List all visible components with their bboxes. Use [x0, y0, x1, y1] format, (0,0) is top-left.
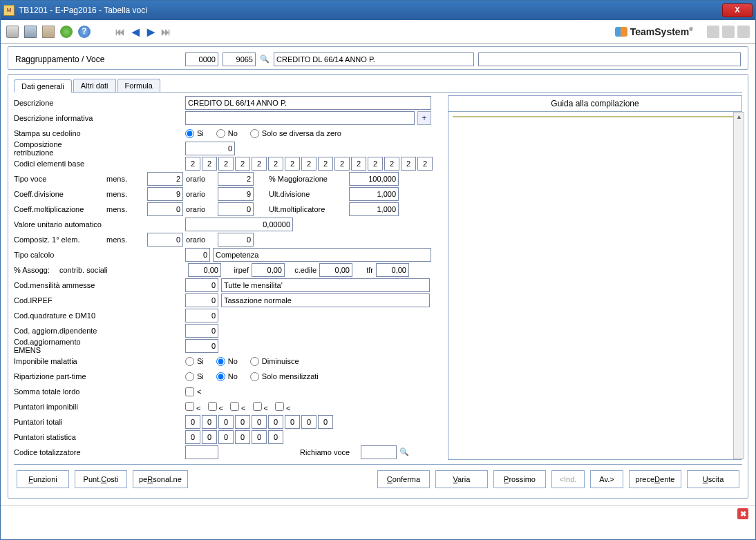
- cell[interactable]: [185, 415, 200, 429]
- cell[interactable]: [218, 415, 234, 429]
- compos-mens[interactable]: [147, 233, 183, 247]
- rich-lookup-icon[interactable]: 🔍: [399, 447, 409, 457]
- nav-first-icon[interactable]: ⏮: [115, 27, 125, 37]
- funzioni-button[interactable]: Funzioni: [17, 470, 69, 488]
- comp-retr-input[interactable]: [185, 142, 235, 155]
- coeff-molt-orario[interactable]: [218, 202, 254, 216]
- descrizione-input[interactable]: [185, 96, 431, 110]
- cell[interactable]: [318, 415, 333, 429]
- pi-5[interactable]: [275, 402, 284, 411]
- cell[interactable]: [301, 415, 316, 429]
- cod-irpef-desc[interactable]: [221, 293, 430, 307]
- cell[interactable]: [185, 430, 200, 444]
- cell[interactable]: [185, 157, 200, 171]
- cell[interactable]: [334, 157, 350, 171]
- val-unit-input[interactable]: [185, 218, 293, 231]
- descr-info-input[interactable]: [185, 111, 415, 125]
- cell[interactable]: [285, 157, 300, 171]
- pi-4[interactable]: [253, 402, 262, 411]
- ult-molt-input[interactable]: [349, 202, 399, 216]
- tab-dati-generali[interactable]: Dati generali: [14, 79, 72, 93]
- pi-1[interactable]: [185, 402, 194, 411]
- cell[interactable]: [202, 430, 217, 444]
- tb-btn-2[interactable]: [722, 26, 735, 38]
- ult-div-input[interactable]: [349, 187, 399, 201]
- rip-no[interactable]: No: [216, 372, 238, 381]
- cell[interactable]: [235, 430, 250, 444]
- compos-orario[interactable]: [218, 233, 254, 247]
- cod-quad-input[interactable]: [185, 309, 218, 322]
- export-icon[interactable]: [60, 26, 73, 38]
- precedente-button[interactable]: preceDente: [629, 470, 681, 488]
- imp-dim[interactable]: Diminuisce: [250, 357, 299, 366]
- coeff-div-mens[interactable]: [147, 187, 183, 201]
- cell[interactable]: [351, 157, 366, 171]
- stampa-no[interactable]: No: [216, 129, 238, 138]
- cod-irpef-input[interactable]: [185, 293, 218, 307]
- desc1-input[interactable]: [274, 52, 474, 66]
- rich-input[interactable]: [361, 445, 397, 459]
- tab-altri-dati[interactable]: Altri dati: [73, 79, 116, 92]
- cod-tot-input[interactable]: [185, 445, 218, 459]
- cell[interactable]: [268, 157, 283, 171]
- cell[interactable]: [368, 157, 383, 171]
- cell[interactable]: [252, 430, 267, 444]
- cell[interactable]: [218, 430, 234, 444]
- coeff-div-orario[interactable]: [218, 187, 254, 201]
- print-icon[interactable]: [24, 26, 37, 38]
- cell[interactable]: [301, 157, 316, 171]
- imp-no[interactable]: No: [216, 357, 238, 366]
- tb-btn-3[interactable]: [737, 26, 750, 38]
- tipo-calc-desc[interactable]: [213, 248, 431, 262]
- cell[interactable]: [235, 157, 250, 171]
- cell[interactable]: [401, 157, 416, 171]
- stampa-si[interactable]: Si: [185, 129, 204, 138]
- imp-si[interactable]: Si: [185, 357, 204, 366]
- cell[interactable]: [268, 430, 283, 444]
- cell[interactable]: [417, 157, 433, 171]
- cell[interactable]: [318, 157, 333, 171]
- cell[interactable]: [202, 415, 217, 429]
- rip-solo[interactable]: Solo mensilizzati: [250, 372, 319, 381]
- tipo-voce-mens[interactable]: [147, 172, 183, 186]
- cedile-input[interactable]: [319, 263, 352, 277]
- tb-btn-1[interactable]: [707, 26, 719, 38]
- varia-button[interactable]: Varia: [435, 470, 488, 488]
- magg-input[interactable]: [349, 172, 399, 186]
- cell[interactable]: [268, 415, 283, 429]
- lookup-icon[interactable]: 🔍: [260, 55, 270, 64]
- cod-agg-input[interactable]: [185, 324, 218, 338]
- cod-mens-input[interactable]: [185, 278, 218, 292]
- tipo-voce-orario[interactable]: [218, 172, 254, 186]
- desc2-input[interactable]: [478, 52, 741, 66]
- nav-prev-icon[interactable]: ◀: [131, 27, 140, 37]
- tab-formula[interactable]: Formula: [117, 79, 160, 92]
- help-icon[interactable]: ?: [78, 26, 91, 38]
- av-button[interactable]: Av.>: [590, 470, 623, 488]
- irpef-input[interactable]: [252, 263, 285, 277]
- rip-si[interactable]: Si: [185, 372, 204, 381]
- status-error-icon[interactable]: ✖: [737, 508, 748, 519]
- personal-button[interactable]: peRsonal.ne: [133, 470, 188, 488]
- conferma-button[interactable]: Conferma: [377, 470, 430, 488]
- cell[interactable]: [252, 415, 267, 429]
- somma-check[interactable]: [185, 387, 194, 396]
- cod-mens-desc[interactable]: [221, 278, 430, 292]
- cell[interactable]: [384, 157, 399, 171]
- pi-2[interactable]: [208, 402, 217, 411]
- cell[interactable]: [285, 415, 300, 429]
- uscita-button[interactable]: Uscita: [687, 470, 739, 488]
- cell[interactable]: [202, 157, 217, 171]
- tipo-calc-input[interactable]: [185, 248, 210, 262]
- nav-next-icon[interactable]: ▶: [146, 27, 155, 37]
- puntcosti-button[interactable]: Punt.Costi: [75, 470, 127, 488]
- guide-scrollbar[interactable]: [733, 112, 744, 459]
- cell[interactable]: [218, 157, 234, 171]
- cell[interactable]: [235, 415, 250, 429]
- copy-icon[interactable]: [42, 26, 55, 38]
- tfr-input[interactable]: [376, 263, 409, 277]
- stampa-solo[interactable]: Solo se diversa da zero: [250, 129, 341, 138]
- descr-info-add-button[interactable]: +: [417, 111, 431, 125]
- coeff-molt-mens[interactable]: [147, 202, 183, 216]
- cod-emens-input[interactable]: [185, 339, 218, 353]
